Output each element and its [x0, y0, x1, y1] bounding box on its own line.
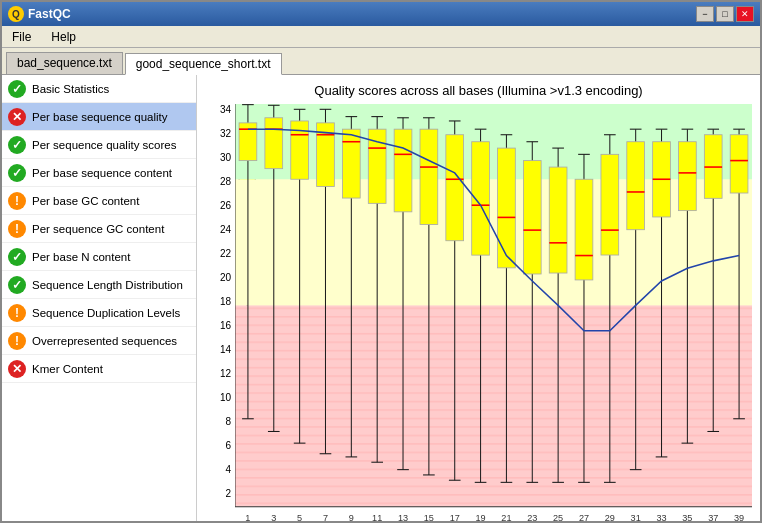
svg-text:35: 35: [682, 512, 692, 521]
chart-wrapper: 34 32 30 28 26 24 22 20 18 16 14 12 10 8…: [205, 104, 752, 521]
chart-svg-main: 1 3 5 7 9 11 13 15 17 19 21 23 25 27: [235, 104, 752, 521]
sidebar: ✓ Basic Statistics ✕ Per base sequence q…: [2, 75, 197, 521]
menu-help[interactable]: Help: [45, 28, 82, 46]
svg-rect-9: [235, 305, 752, 506]
sidebar-item-per-base-seq-quality[interactable]: ✕ Per base sequence quality: [2, 103, 196, 131]
sidebar-label-seq-length: Sequence Length Distribution: [32, 279, 183, 291]
tab-good-sequence[interactable]: good_sequence_short.txt: [125, 53, 282, 75]
sidebar-label-per-seq-gc: Per sequence GC content: [32, 223, 164, 235]
svg-text:3: 3: [271, 512, 276, 521]
status-icon-seq-length: ✓: [8, 276, 26, 294]
status-icon-per-base-seq: ✕: [8, 108, 26, 126]
svg-rect-75: [549, 167, 567, 273]
svg-text:13: 13: [398, 512, 408, 521]
svg-text:31: 31: [631, 512, 641, 521]
sidebar-item-per-base-content[interactable]: ✓ Per base sequence content: [2, 159, 196, 187]
svg-text:7: 7: [323, 512, 328, 521]
sidebar-item-per-seq-quality[interactable]: ✓ Per sequence quality scores: [2, 131, 196, 159]
svg-text:21: 21: [501, 512, 511, 521]
status-icon-basic-stats: ✓: [8, 80, 26, 98]
svg-rect-11: [235, 104, 752, 179]
svg-text:9: 9: [349, 512, 354, 521]
tab-bad-sequence[interactable]: bad_sequence.txt: [6, 52, 123, 74]
sidebar-label-seq-dup: Sequence Duplication Levels: [32, 307, 180, 319]
sidebar-label-per-base-content: Per base sequence content: [32, 167, 172, 179]
svg-rect-70: [523, 161, 541, 274]
sidebar-label-kmer: Kmer Content: [32, 363, 103, 375]
svg-rect-20: [265, 118, 283, 169]
sidebar-label-per-base-n: Per base N content: [32, 251, 130, 263]
chart-title: Quality scores across all bases (Illumin…: [205, 83, 752, 98]
svg-text:5: 5: [297, 512, 302, 521]
menu-bar: File Help: [2, 26, 760, 48]
svg-rect-90: [627, 142, 645, 230]
svg-rect-100: [679, 142, 697, 211]
sidebar-item-per-seq-gc[interactable]: ! Per sequence GC content: [2, 215, 196, 243]
sidebar-item-kmer[interactable]: ✕ Kmer Content: [2, 355, 196, 383]
svg-rect-55: [446, 135, 464, 241]
status-icon-seq-dup: !: [8, 304, 26, 322]
svg-text:15: 15: [424, 512, 434, 521]
svg-rect-80: [575, 179, 593, 280]
title-bar-left: Q FastQC: [8, 6, 71, 22]
sidebar-label-overrep: Overrepresented sequences: [32, 335, 177, 347]
maximize-button[interactable]: □: [716, 6, 734, 22]
status-icon-overrep: !: [8, 332, 26, 350]
svg-text:17: 17: [450, 512, 460, 521]
app-icon: Q: [8, 6, 24, 22]
svg-rect-50: [420, 129, 438, 224]
svg-rect-65: [498, 148, 516, 268]
status-icon-per-base-content: ✓: [8, 164, 26, 182]
svg-text:19: 19: [475, 512, 485, 521]
y-axis: 34 32 30 28 26 24 22 20 18 16 14 12 10 8…: [205, 104, 235, 521]
close-button[interactable]: ✕: [736, 6, 754, 22]
svg-text:1: 1: [245, 512, 250, 521]
svg-text:37: 37: [708, 512, 718, 521]
menu-file[interactable]: File: [6, 28, 37, 46]
main-window: Q FastQC − □ ✕ File Help bad_sequence.tx…: [0, 0, 762, 523]
status-icon-kmer: ✕: [8, 360, 26, 378]
window-title: FastQC: [28, 7, 71, 21]
sidebar-label-basic-stats: Basic Statistics: [32, 83, 109, 95]
sidebar-item-seq-dup[interactable]: ! Sequence Duplication Levels: [2, 299, 196, 327]
sidebar-label-per-seq-quality: Per sequence quality scores: [32, 139, 176, 151]
svg-rect-110: [730, 135, 748, 193]
title-buttons: − □ ✕: [696, 6, 754, 22]
status-icon-per-seq-gc: !: [8, 220, 26, 238]
sidebar-item-basic-statistics[interactable]: ✓ Basic Statistics: [2, 75, 196, 103]
sidebar-item-overrep[interactable]: ! Overrepresented sequences: [2, 327, 196, 355]
title-bar: Q FastQC − □ ✕: [2, 2, 760, 26]
chart-inner: 1 3 5 7 9 11 13 15 17 19 21 23 25 27: [235, 104, 752, 521]
sidebar-item-seq-length[interactable]: ✓ Sequence Length Distribution: [2, 271, 196, 299]
svg-text:33: 33: [656, 512, 666, 521]
sidebar-item-per-base-gc[interactable]: ! Per base GC content: [2, 187, 196, 215]
svg-text:27: 27: [579, 512, 589, 521]
svg-rect-35: [342, 129, 360, 198]
minimize-button[interactable]: −: [696, 6, 714, 22]
status-icon-per-base-n: ✓: [8, 248, 26, 266]
tabs-bar: bad_sequence.txt good_sequence_short.txt: [2, 48, 760, 74]
svg-text:11: 11: [372, 512, 382, 521]
svg-rect-45: [394, 129, 412, 212]
sidebar-item-per-base-n[interactable]: ✓ Per base N content: [2, 243, 196, 271]
status-icon-per-base-gc: !: [8, 192, 26, 210]
main-chart-area: Quality scores across all bases (Illumin…: [197, 75, 760, 521]
sidebar-label-per-base-seq: Per base sequence quality: [32, 111, 168, 123]
content-area: ✓ Basic Statistics ✕ Per base sequence q…: [2, 74, 760, 521]
svg-rect-10: [235, 179, 752, 305]
svg-text:39: 39: [734, 512, 744, 521]
svg-text:25: 25: [553, 512, 563, 521]
svg-rect-85: [601, 154, 619, 255]
sidebar-label-per-base-gc: Per base GC content: [32, 195, 139, 207]
status-icon-per-seq-quality: ✓: [8, 136, 26, 154]
svg-text:29: 29: [605, 512, 615, 521]
svg-text:23: 23: [527, 512, 537, 521]
